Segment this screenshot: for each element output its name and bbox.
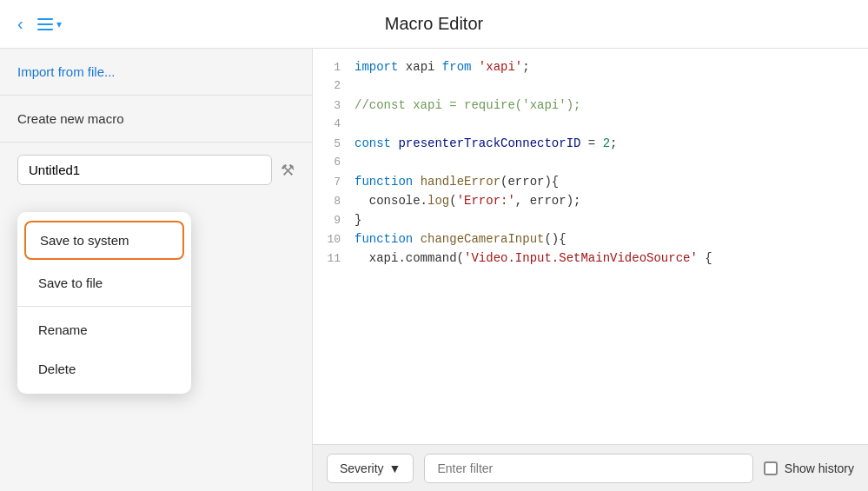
back-button[interactable]: ‹ (17, 14, 23, 34)
code-line-5: 5 const presenterTrackConnectorID = 2; (313, 136, 868, 155)
chevron-down-icon: ▾ (56, 18, 62, 30)
settings-icon[interactable]: ⚒ (281, 161, 295, 180)
menu-divider (17, 306, 191, 307)
macro-name-input[interactable] (17, 155, 272, 185)
code-line-11: 11 xapi.command('Video.Input.SetMainVide… (313, 250, 868, 269)
page-title: Macro Editor (385, 14, 483, 34)
app-header: ‹ ▾ Macro Editor (0, 0, 868, 49)
save-to-system-button[interactable]: Save to system (24, 221, 184, 260)
code-editor-area: 1 import xapi from 'xapi'; 2 3 //const x… (313, 49, 868, 491)
severity-label: Severity (340, 461, 384, 475)
context-menu: Save to system Save to file Rename Delet… (17, 212, 191, 394)
show-history-checkbox[interactable] (764, 461, 778, 475)
code-line-4: 4 (313, 116, 868, 136)
sidebar: Import from file... Create new macro ⚒ S… (0, 49, 313, 491)
save-to-file-button[interactable]: Save to file (17, 263, 191, 302)
import-from-file-button[interactable]: Import from file... (0, 49, 312, 96)
code-line-3: 3 //const xapi = require('xapi'); (313, 97, 868, 116)
code-line-7: 7 function handleError(error){ (313, 174, 868, 193)
hamburger-icon (37, 18, 53, 30)
code-line-8: 8 console.log('Error:', error); (313, 193, 868, 212)
rename-button[interactable]: Rename (17, 310, 191, 349)
code-line-9: 9 } (313, 212, 868, 231)
code-line-10: 10 function changeCameraInput(){ (313, 231, 868, 250)
main-layout: Import from file... Create new macro ⚒ S… (0, 49, 868, 491)
code-line-6: 6 (313, 155, 868, 174)
bottom-bar: Severity ▼ Show history (313, 444, 868, 491)
code-line-1: 1 import xapi from 'xapi'; (313, 59, 868, 78)
delete-button[interactable]: Delete (17, 349, 191, 388)
code-editor[interactable]: 1 import xapi from 'xapi'; 2 3 //const x… (313, 49, 868, 444)
filter-input[interactable] (424, 454, 752, 483)
code-line-2: 2 (313, 78, 868, 97)
chevron-down-icon: ▼ (389, 461, 401, 475)
create-new-macro-label: Create new macro (0, 96, 312, 143)
menu-button[interactable]: ▾ (37, 18, 62, 30)
macro-name-row: ⚒ (0, 143, 312, 197)
show-history-text: Show history (785, 461, 854, 475)
show-history-label[interactable]: Show history (764, 461, 854, 475)
severity-dropdown-button[interactable]: Severity ▼ (327, 454, 414, 483)
